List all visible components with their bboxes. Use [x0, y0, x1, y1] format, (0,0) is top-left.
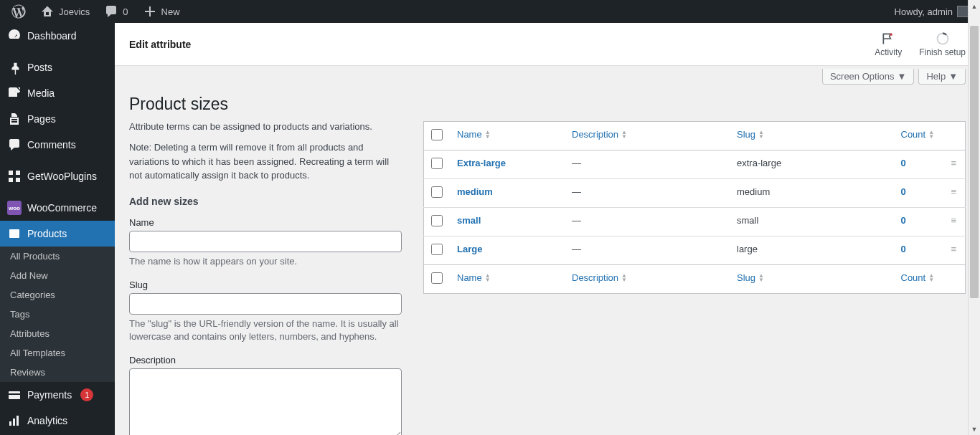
svg-point-11: [890, 33, 892, 35]
new-label: New: [161, 6, 180, 17]
drag-handle-icon[interactable]: ≡: [951, 244, 957, 254]
menu-comments[interactable]: Comments: [0, 132, 115, 158]
menu-woocommerce[interactable]: woo WooCommerce: [0, 195, 115, 221]
note-text: Note: Deleting a term will remove it fro…: [129, 140, 402, 183]
menu-payments[interactable]: Payments 1: [0, 382, 115, 408]
progress-circle-icon: [936, 32, 950, 46]
payment-icon: [7, 388, 22, 402]
sort-count[interactable]: Count▲▼: [901, 129, 935, 140]
term-count-link[interactable]: 0: [901, 158, 906, 168]
help-toggle[interactable]: Help ▼: [918, 69, 966, 85]
sort-desc[interactable]: Description▲▼: [572, 129, 627, 140]
submenu-all-templates[interactable]: All Templates: [0, 343, 115, 363]
term-name-link[interactable]: Large: [457, 244, 482, 254]
row-checkbox[interactable]: [431, 186, 443, 198]
terms-table: Name▲▼ Description▲▼ Slug▲▼ Count▲▼ Extr…: [423, 121, 966, 294]
submenu-all-products[interactable]: All Products: [0, 247, 115, 266]
term-count-link[interactable]: 0: [901, 215, 906, 226]
slug-help: The "slug" is the URL-friendly version o…: [129, 317, 402, 343]
menu-label: Payments: [27, 389, 72, 401]
sort-desc-foot[interactable]: Description▲▼: [572, 272, 627, 283]
page-topbar: Edit attribute Activity Finish setup: [115, 23, 980, 66]
submenu-reviews[interactable]: Reviews: [0, 363, 115, 382]
activity-label: Activity: [875, 47, 902, 57]
term-count-link[interactable]: 0: [901, 186, 906, 197]
form-heading: Add new sizes: [129, 196, 402, 207]
menu-label: Media: [27, 87, 55, 99]
topbar-title: Edit attribute: [129, 39, 191, 50]
term-desc: —: [565, 150, 730, 179]
sort-name-foot[interactable]: Name▲▼: [457, 272, 491, 283]
media-icon: [7, 86, 22, 100]
name-input[interactable]: [129, 231, 402, 252]
menu-label: Pages: [27, 113, 56, 125]
drag-handle-icon[interactable]: ≡: [951, 186, 957, 197]
screen-options-toggle[interactable]: Screen Options ▼: [822, 69, 914, 85]
plus-icon: [143, 4, 157, 19]
admin-bar: Joevics 0 New Howdy, admin: [0, 0, 980, 23]
vertical-scrollbar[interactable]: ▲ ▼: [968, 23, 980, 435]
drag-handle-icon[interactable]: ≡: [951, 158, 957, 168]
term-count-link[interactable]: 0: [901, 244, 906, 254]
term-slug: small: [730, 208, 894, 236]
sort-slug[interactable]: Slug▲▼: [737, 129, 764, 140]
menu-label: Products: [27, 228, 67, 239]
sort-icon: ▲▼: [485, 130, 491, 139]
submenu-categories[interactable]: Categories: [0, 285, 115, 305]
pin-icon: [7, 60, 22, 75]
menu-analytics[interactable]: Analytics: [0, 408, 115, 434]
term-desc: —: [565, 179, 730, 208]
page-icon: [7, 112, 22, 126]
desc-input[interactable]: [129, 368, 402, 435]
finish-setup-button[interactable]: Finish setup: [919, 32, 966, 57]
svg-rect-8: [9, 421, 11, 426]
menu-label: GetWooPlugins: [27, 171, 97, 182]
menu-products[interactable]: Products: [0, 221, 115, 247]
scrollbar-thumb[interactable]: [970, 26, 979, 298]
new-content-link[interactable]: New: [137, 0, 186, 23]
svg-rect-1: [16, 171, 20, 175]
content-area: Edit attribute Activity Finish setup Scr…: [115, 23, 980, 435]
drag-handle-icon[interactable]: ≡: [951, 215, 957, 226]
term-slug: medium: [730, 179, 894, 208]
menu-media[interactable]: Media: [0, 80, 115, 106]
sort-count-foot[interactable]: Count▲▼: [901, 272, 935, 283]
select-all-checkbox-foot[interactable]: [431, 272, 443, 284]
menu-dashboard[interactable]: Dashboard: [0, 23, 115, 49]
activity-button[interactable]: Activity: [875, 32, 902, 57]
plugin-grid-icon: [7, 169, 22, 183]
submenu-attributes[interactable]: Attributes: [0, 324, 115, 343]
term-name-link[interactable]: medium: [457, 186, 493, 197]
menu-getwooplugins[interactable]: GetWooPlugins: [0, 163, 115, 189]
howdy-text: Howdy, admin: [895, 6, 953, 17]
scroll-down-arrow[interactable]: ▼: [969, 423, 980, 435]
term-name-link[interactable]: Extra-large: [457, 158, 506, 168]
row-checkbox[interactable]: [431, 215, 443, 226]
finish-label: Finish setup: [919, 47, 966, 57]
menu-pages[interactable]: Pages: [0, 106, 115, 132]
submenu-tags[interactable]: Tags: [0, 305, 115, 324]
slug-input[interactable]: [129, 293, 402, 315]
comment-icon: [7, 138, 22, 152]
select-all-checkbox[interactable]: [431, 129, 443, 140]
name-help: The name is how it appears on your site.: [129, 255, 402, 268]
sort-name[interactable]: Name▲▼: [457, 129, 491, 140]
table-row: Extra-large — extra-large 0 ≡: [424, 150, 966, 179]
menu-posts[interactable]: Posts: [0, 54, 115, 80]
site-name-link[interactable]: Joevics: [34, 0, 95, 23]
page-title: Product sizes: [129, 95, 966, 114]
table-row: medium — medium 0 ≡: [424, 179, 966, 208]
svg-rect-2: [9, 178, 13, 182]
row-checkbox[interactable]: [431, 158, 443, 169]
sort-slug-foot[interactable]: Slug▲▼: [737, 272, 764, 283]
flag-icon: [881, 32, 895, 46]
sort-icon: ▲▼: [485, 274, 491, 282]
menu-label: Comments: [27, 139, 76, 150]
term-slug: extra-large: [730, 150, 894, 179]
submenu-add-new[interactable]: Add New: [0, 266, 115, 285]
account-link[interactable]: Howdy, admin: [895, 6, 974, 17]
row-checkbox[interactable]: [431, 244, 443, 255]
comments-link[interactable]: 0: [98, 0, 133, 23]
term-name-link[interactable]: small: [457, 215, 481, 226]
wp-logo[interactable]: [6, 0, 32, 23]
